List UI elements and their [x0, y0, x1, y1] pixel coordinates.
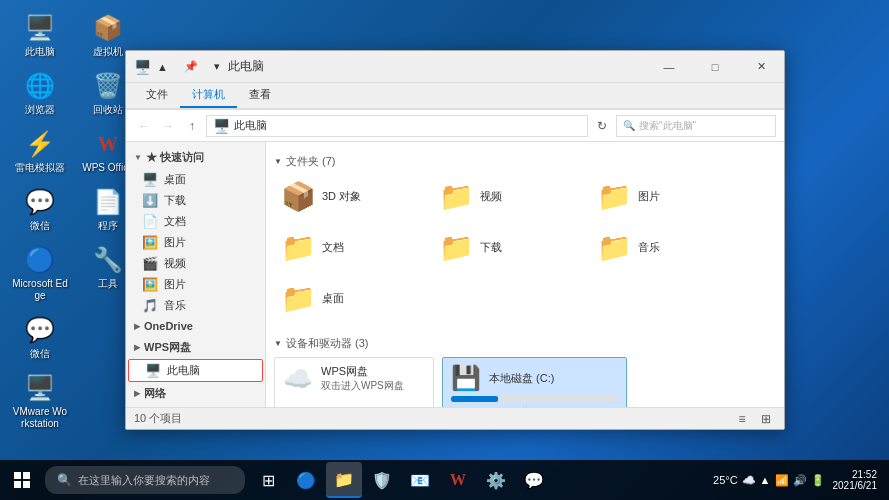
- documents-sidebar-icon: 📄: [142, 214, 158, 229]
- sidebar-item-documents[interactable]: 📄 文档: [126, 211, 265, 232]
- quick-access-btn[interactable]: ▲: [157, 61, 168, 73]
- refresh-button[interactable]: ↻: [592, 116, 612, 136]
- sidebar-item-thispc[interactable]: 🖥️ 此电脑: [128, 359, 263, 382]
- folder-downloads-icon: 📁: [439, 231, 474, 264]
- drive-grid: ☁️ WPS网盘 双击进入WPS网盘 💾 本地磁盘 (C:): [274, 357, 776, 407]
- sidebar-section-wps[interactable]: ▶ WPS网盘: [126, 336, 265, 359]
- folder-music[interactable]: 📁 音乐: [590, 226, 740, 269]
- desktop-icon-wechat[interactable]: 💬 微信: [8, 182, 72, 236]
- ribbon-tabs: 文件 计算机 查看: [126, 83, 784, 109]
- wechat-icon-label: 微信: [30, 220, 50, 232]
- sidebar-section-network[interactable]: ▶ 网络: [126, 382, 265, 405]
- wps-drive-label: WPS网盘: [321, 364, 404, 379]
- close-button[interactable]: ✕: [738, 51, 784, 83]
- back-button[interactable]: ←: [134, 116, 154, 136]
- ribbon-tab-view[interactable]: 查看: [237, 83, 283, 108]
- taskbar-app-wechat[interactable]: 💬: [516, 462, 552, 498]
- sidebar: ▼ ★ 快速访问 🖥️ 桌面 ⬇️ 下载 📄 文档 🖼️ 图片: [126, 142, 266, 407]
- vm-icon: 📦: [92, 12, 124, 44]
- c-drive-label: 本地磁盘 (C:): [489, 371, 554, 386]
- wps-arrow-icon: ▶: [134, 343, 140, 352]
- folder-videos-icon: 📁: [439, 180, 474, 213]
- pin-btn[interactable]: 📌: [184, 60, 198, 73]
- title-bar-controls: — □ ✕: [646, 51, 784, 83]
- thispc-sidebar-label: 此电脑: [167, 363, 200, 378]
- svg-rect-2: [14, 481, 21, 488]
- folder-3d[interactable]: 📦 3D 对象: [274, 175, 424, 218]
- search-box[interactable]: 🔍 搜索"此电脑": [616, 115, 776, 137]
- desktop-icons: 🖥️ 此电脑 🌐 浏览器 ⚡ 雷电模拟器 💬 微信 🔵 Microsoft Ed…: [8, 8, 136, 448]
- drive-wps[interactable]: ☁️ WPS网盘 双击进入WPS网盘: [274, 357, 434, 407]
- taskbar-app-edge[interactable]: 🔵: [288, 462, 324, 498]
- status-item-count: 10 个项目: [134, 411, 182, 426]
- pictures-sidebar-icon: 🖼️: [142, 235, 158, 250]
- sidebar-item-desktop[interactable]: 🖥️ 桌面: [126, 169, 265, 190]
- taskbar-time[interactable]: 21:52 2021/6/21: [833, 469, 886, 491]
- network-icon: 📶: [775, 474, 789, 487]
- maximize-button[interactable]: □: [692, 51, 738, 83]
- ribbon-tab-computer[interactable]: 计算机: [180, 83, 237, 108]
- folder-documents[interactable]: 📁 文档: [274, 226, 424, 269]
- sidebar-item-pictures[interactable]: 🖼️ 图片: [126, 232, 265, 253]
- recycle-icon: 🗑️: [92, 70, 124, 102]
- sidebar-item-music[interactable]: 🎵 音乐: [126, 295, 265, 316]
- desktop-icon-computer[interactable]: 🖥️ 此电脑: [8, 8, 72, 62]
- taskbar-app-shield[interactable]: 🛡️: [364, 462, 400, 498]
- address-input[interactable]: 🖥️ 此电脑: [206, 115, 588, 137]
- edge-icon-label: Microsoft Edge: [12, 278, 68, 302]
- desktop-icon-browser[interactable]: 🌐 浏览器: [8, 66, 72, 120]
- forward-button[interactable]: →: [158, 116, 178, 136]
- c-drive-icon: 💾: [451, 364, 481, 392]
- desktop-icon-wps-wechat[interactable]: 💬 微信: [8, 310, 72, 364]
- recycle-icon-label: 回收站: [93, 104, 123, 116]
- svg-rect-1: [23, 472, 30, 479]
- taskbar-app-mail[interactable]: 📧: [402, 462, 438, 498]
- notif-icons: 25°C ☁️ ▲ 📶 🔊 🔋: [709, 474, 828, 487]
- start-button[interactable]: [4, 462, 40, 498]
- folders-section-label: 文件夹 (7): [286, 154, 336, 169]
- folder-downloads[interactable]: 📁 下载: [432, 226, 582, 269]
- drive-c[interactable]: 💾 本地磁盘 (C:) 71.3 GB 可用，共 99.3 GB: [442, 357, 627, 407]
- address-path-text: 此电脑: [234, 118, 267, 133]
- drives-section-label: 设备和驱动器 (3): [286, 336, 369, 351]
- tool2-icon: 🔧: [92, 244, 124, 276]
- sidebar-item-pictures2[interactable]: 🖼️ 图片: [126, 274, 265, 295]
- desktop: 🖥️ 此电脑 🌐 浏览器 ⚡ 雷电模拟器 💬 微信 🔵 Microsoft Ed…: [0, 0, 889, 500]
- taskbar-app-taskview[interactable]: ⊞: [250, 462, 286, 498]
- c-drive-progress-bar: [451, 396, 498, 402]
- computer-icon-label: 此电脑: [25, 46, 55, 58]
- folder-videos[interactable]: 📁 视频: [432, 175, 582, 218]
- taskbar-app-wps[interactable]: W: [440, 462, 476, 498]
- taskbar-app-folder[interactable]: 📁: [326, 462, 362, 498]
- toolbar-btn[interactable]: ▾: [214, 60, 220, 73]
- folder-desktop-icon: 📁: [281, 282, 316, 315]
- ribbon: 文件 计算机 查看: [126, 83, 784, 110]
- sidebar-item-videos[interactable]: 🎬 视频: [126, 253, 265, 274]
- desktop-icon-vmware[interactable]: 🖥️ VMware Workstation: [8, 368, 72, 434]
- sidebar-item-downloads[interactable]: ⬇️ 下载: [126, 190, 265, 211]
- folder-pictures[interactable]: 📁 图片: [590, 175, 740, 218]
- battery-icon: 🔋: [811, 474, 825, 487]
- sidebar-section-onedrive[interactable]: ▶ OneDrive: [126, 316, 265, 336]
- wpsoffice-icon: W: [92, 128, 124, 160]
- minimize-button[interactable]: —: [646, 51, 692, 83]
- sidebar-section-quickaccess[interactable]: ▼ ★ 快速访问: [126, 146, 265, 169]
- folder-music-label: 音乐: [638, 240, 660, 255]
- desktop-icon-edge[interactable]: 🔵 Microsoft Edge: [8, 240, 72, 306]
- vmware-icon-label: VMware Workstation: [12, 406, 68, 430]
- folder-grid: 📦 3D 对象 📁 视频 📁 图片 📁: [274, 175, 776, 320]
- explorer-main: ▼ ★ 快速访问 🖥️ 桌面 ⬇️ 下载 📄 文档 🖼️ 图片: [126, 142, 784, 407]
- folder-desktop[interactable]: 📁 桌面: [274, 277, 424, 320]
- wps-drive-icon: ☁️: [283, 365, 313, 393]
- explorer-window: 🖥️ ▲ 📌 ▾ 此电脑 — □ ✕ 文件 计算机 查看 ← →: [125, 50, 785, 430]
- folder-documents-icon: 📁: [281, 231, 316, 264]
- ribbon-tab-file[interactable]: 文件: [134, 83, 180, 108]
- music-sidebar-icon: 🎵: [142, 298, 158, 313]
- grid-view-button[interactable]: ⊞: [756, 410, 776, 428]
- up-button[interactable]: ↑: [182, 116, 202, 136]
- taskbar-app-settings[interactable]: ⚙️: [478, 462, 514, 498]
- desktop-icon-leidian[interactable]: ⚡ 雷电模拟器: [8, 124, 72, 178]
- taskbar-search[interactable]: 🔍 在这里输入你要搜索的内容: [45, 466, 245, 494]
- drives-section-title: ▼ 设备和驱动器 (3): [274, 332, 776, 357]
- list-view-button[interactable]: ≡: [732, 410, 752, 428]
